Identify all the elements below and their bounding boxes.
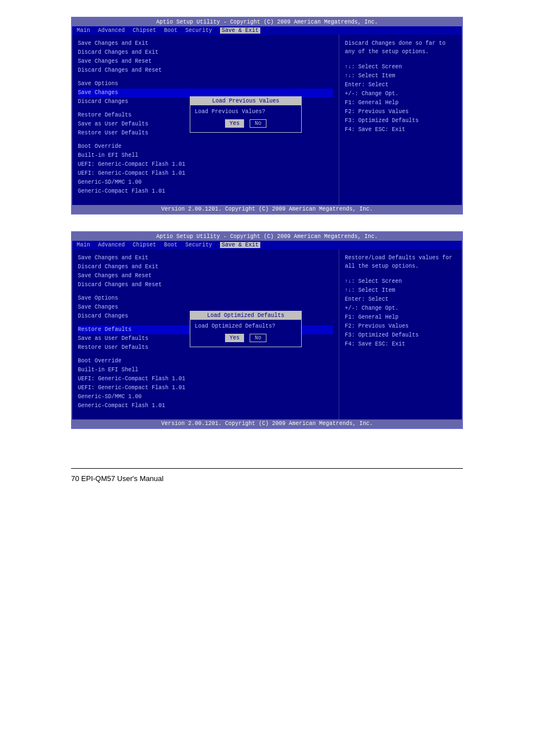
key-help-item: Enter: Select	[345, 81, 456, 90]
key-help-item: F2: Previous Values	[345, 322, 456, 331]
menu-bar-2: Main Advanced Chipset Boot Security Save…	[72, 241, 462, 249]
dialog-question-1: Load Previous Values?	[195, 109, 297, 115]
key-help-item: +/-: Change Opt.	[345, 304, 456, 313]
bios-screen-1: Aptio Setup Utility - Copyright (C) 2009…	[71, 17, 463, 214]
section4-2: Boot Override Built-in EFI Shell UEFI: G…	[78, 357, 333, 410]
boot-override-header-2: Boot Override	[78, 357, 333, 366]
dialog-buttons-2: Yes No	[195, 334, 297, 342]
menu-security-1[interactable]: Security	[185, 27, 212, 34]
save-options-1[interactable]: Save Options	[78, 80, 333, 88]
key-help-item: Enter: Select	[345, 295, 456, 304]
menu-bar-1: Main Advanced Chipset Boot Security Save…	[72, 26, 462, 35]
generic-cf-1[interactable]: Generic-Compact Flash 1.01	[78, 187, 333, 196]
section1-1: Save Changes and Exit Discard Changes an…	[78, 39, 333, 75]
dialog-no-1[interactable]: No	[250, 119, 266, 128]
dialog-2: Load Optimized Defaults Load Optimized D…	[190, 311, 302, 347]
uefi-cf-1a[interactable]: UEFI: Generic-Compact Flash 1.01	[78, 160, 333, 169]
built-in-efi-1[interactable]: Built-in EFI Shell	[78, 151, 333, 160]
section1-2: Save Changes and Exit Discard Changes an…	[78, 254, 333, 290]
uefi-cf-2b[interactable]: UEFI: Generic-Compact Flash 1.01	[78, 384, 333, 393]
uefi-cf-1b[interactable]: UEFI: Generic-Compact Flash 1.01	[78, 169, 333, 178]
discard-changes-reset-2[interactable]: Discard Changes and Reset	[78, 281, 333, 290]
page-footer: 70 EPI-QM57 User's Manual	[71, 468, 463, 483]
save-changes-exit-1[interactable]: Save Changes and Exit	[78, 39, 333, 48]
uefi-cf-2a[interactable]: UEFI: Generic-Compact Flash 1.01	[78, 375, 333, 384]
built-in-efi-2[interactable]: Built-in EFI Shell	[78, 366, 333, 375]
save-changes-exit-2[interactable]: Save Changes and Exit	[78, 254, 333, 263]
bios-screen-2: Aptio Setup Utility - Copyright (C) 2009…	[71, 231, 463, 429]
save-changes-reset-1[interactable]: Save Changes and Reset	[78, 57, 333, 66]
save-changes-reset-2[interactable]: Save Changes and Reset	[78, 272, 333, 281]
discard-changes-exit-2[interactable]: Discard Changes and Exit	[78, 263, 333, 272]
menu-boot-1[interactable]: Boot	[164, 27, 177, 34]
menu-main-1[interactable]: Main	[77, 27, 90, 34]
generic-sdmmc-2[interactable]: Generic-SD/MMC 1.00	[78, 393, 333, 402]
bios-content-2: Save Changes and Exit Discard Changes an…	[72, 249, 462, 419]
menu-save-exit-1[interactable]: Save & Exit	[220, 27, 260, 34]
dialog-yes-1[interactable]: Yes	[225, 119, 244, 128]
key-help-item: F1: General Help	[345, 99, 456, 108]
boot-override-header-1: Boot Override	[78, 142, 333, 151]
bios-content-1: Save Changes and Exit Discard Changes an…	[72, 35, 462, 205]
key-help-item: F3: Optimized Defaults	[345, 331, 456, 340]
right-panel-1: Discard Changes done so far to any of th…	[339, 35, 462, 205]
menu-security-2[interactable]: Security	[185, 242, 212, 248]
footer-2: Version 2.00.1201. Copyright (C) 2009 Am…	[72, 419, 462, 428]
dialog-no-2[interactable]: No	[250, 334, 266, 342]
menu-advanced-2[interactable]: Advanced	[98, 242, 125, 248]
dialog-title-1: Load Previous Values	[190, 97, 301, 105]
key-help-item: +/-: Change Opt.	[345, 90, 456, 99]
dialog-title-2: Load Optimized Defaults	[190, 311, 301, 320]
menu-boot-2[interactable]: Boot	[164, 242, 177, 248]
title-bar-1: Aptio Setup Utility - Copyright (C) 2009…	[72, 18, 462, 26]
generic-cf-2[interactable]: Generic-Compact Flash 1.01	[78, 402, 333, 410]
key-help-item: ↑↓: Select Screen	[345, 277, 456, 286]
key-help-item: ↑↓: Select Item	[345, 72, 456, 81]
key-help-1: ↑↓: Select Screen ↑↓: Select Item Enter:…	[345, 63, 456, 134]
dialog-buttons-1: Yes No	[195, 119, 297, 128]
menu-advanced-1[interactable]: Advanced	[98, 27, 125, 34]
menu-chipset-1[interactable]: Chipset	[133, 27, 156, 34]
dialog-yes-2[interactable]: Yes	[225, 334, 244, 342]
footer-1: Version 2.00.1201. Copyright (C) 2009 Am…	[72, 205, 462, 213]
menu-main-2[interactable]: Main	[77, 242, 90, 248]
help-text-2: Restore/Load Defaults values for all the…	[345, 254, 456, 270]
key-help-item: F4: Save ESC: Exit	[345, 340, 456, 349]
key-help-2: ↑↓: Select Screen ↑↓: Select Item Enter:…	[345, 277, 456, 349]
section4-1: Boot Override Built-in EFI Shell UEFI: G…	[78, 142, 333, 196]
help-text-1: Discard Changes done so far to any of th…	[345, 39, 456, 56]
key-help-item: F2: Previous Values	[345, 108, 456, 116]
dialog-question-2: Load Optimized Defaults?	[195, 323, 297, 329]
menu-save-exit-2[interactable]: Save & Exit	[220, 242, 260, 248]
discard-changes-reset-1[interactable]: Discard Changes and Reset	[78, 66, 333, 75]
title-bar-2: Aptio Setup Utility - Copyright (C) 2009…	[72, 232, 462, 241]
key-help-item: F3: Optimized Defaults	[345, 116, 456, 125]
save-options-2[interactable]: Save Options	[78, 294, 333, 303]
key-help-item: F4: Save ESC: Exit	[345, 125, 456, 134]
generic-sdmmc-1[interactable]: Generic-SD/MMC 1.00	[78, 178, 333, 187]
key-help-item: ↑↓: Select Item	[345, 286, 456, 295]
key-help-item: F1: General Help	[345, 313, 456, 322]
menu-chipset-2[interactable]: Chipset	[133, 242, 156, 248]
page-footer-text: 70 EPI-QM57 User's Manual	[71, 474, 163, 483]
right-panel-2: Restore/Load Defaults values for all the…	[339, 249, 462, 419]
dialog-1: Load Previous Values Load Previous Value…	[190, 96, 302, 133]
key-help-item: ↑↓: Select Screen	[345, 63, 456, 72]
discard-changes-exit-1[interactable]: Discard Changes and Exit	[78, 48, 333, 57]
